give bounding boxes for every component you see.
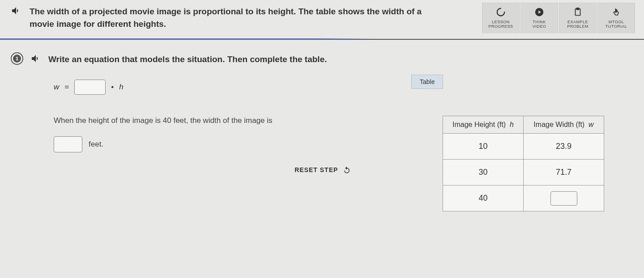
table-column: Table Image Height (ft) h Image Width (f…: [411, 53, 635, 211]
lesson-progress-button[interactable]: LESSON PROGRESS: [482, 3, 520, 33]
question-prompt: Write an equation that models the situat…: [48, 53, 327, 66]
svg-rect-2: [576, 8, 579, 10]
example-problem-label: EXAMPLE PROBLEM: [567, 20, 589, 29]
data-table: Image Height (ft) h Image Width (ft) w 1…: [443, 116, 604, 211]
step-number-badge: 1: [11, 52, 23, 65]
col-header-width: Image Width (ft) w: [524, 116, 604, 134]
cell-width: 23.9: [524, 134, 604, 160]
cell-width: 71.7: [524, 160, 604, 185]
mtool-tutorial-label: MTOOL TUTORIAL: [606, 20, 627, 29]
cursor-hand-icon: [612, 7, 621, 17]
coefficient-input[interactable]: [74, 80, 106, 95]
table-row: 40: [443, 185, 604, 211]
table-row: 30 71.7: [443, 160, 604, 185]
feet-input-row: feet.: [54, 136, 411, 152]
problem-intro-text: The width of a projected movie image is …: [30, 5, 440, 39]
reset-step-label: RESET STEP: [294, 166, 338, 173]
reset-step-button[interactable]: RESET STEP: [11, 166, 351, 175]
equation-row: w = • h: [54, 80, 411, 95]
toolbar: LESSON PROGRESS THINK VIDEO EXAMPLE PROB…: [482, 3, 635, 33]
audio-icon[interactable]: [11, 5, 21, 18]
think-video-label: THINK VIDEO: [533, 20, 546, 29]
audio-icon[interactable]: [30, 53, 41, 66]
cell-height: 30: [443, 160, 524, 185]
equation-rhs: h: [119, 83, 123, 92]
header-bar: The width of a projected movie image is …: [0, 0, 644, 40]
main-area: 1 Write an equation that models the situ…: [0, 40, 644, 220]
table-width-input[interactable]: [550, 191, 577, 206]
intro-block: The width of a projected movie image is …: [11, 5, 440, 39]
col-header-height: Image Height (ft) h: [443, 116, 524, 134]
equation-dot: •: [111, 83, 114, 92]
play-circle-icon: [534, 7, 544, 17]
equation-lhs: w: [54, 83, 59, 92]
cell-width-input: [524, 185, 604, 211]
fill-sentence: When the height of the image is 40 feet,…: [54, 114, 340, 126]
table-tab[interactable]: Table: [411, 75, 443, 89]
progress-spinner-icon: [496, 7, 506, 17]
feet-unit-label: feet.: [89, 140, 103, 149]
undo-icon: [343, 166, 351, 175]
example-problem-button[interactable]: EXAMPLE PROBLEM: [559, 3, 597, 33]
table-row: 10 23.9: [443, 134, 604, 160]
cell-height: 10: [443, 134, 524, 160]
cell-height: 40: [443, 185, 524, 211]
equation-equals: =: [64, 83, 69, 92]
lesson-progress-label: LESSON PROGRESS: [488, 20, 513, 29]
width-answer-input[interactable]: [54, 136, 82, 152]
think-video-button[interactable]: THINK VIDEO: [520, 3, 558, 33]
clipboard-icon: [573, 7, 583, 17]
question-header: 1 Write an equation that models the situ…: [11, 53, 411, 66]
question-column: 1 Write an equation that models the situ…: [9, 53, 411, 211]
mtool-tutorial-button[interactable]: MTOOL TUTORIAL: [597, 3, 635, 33]
